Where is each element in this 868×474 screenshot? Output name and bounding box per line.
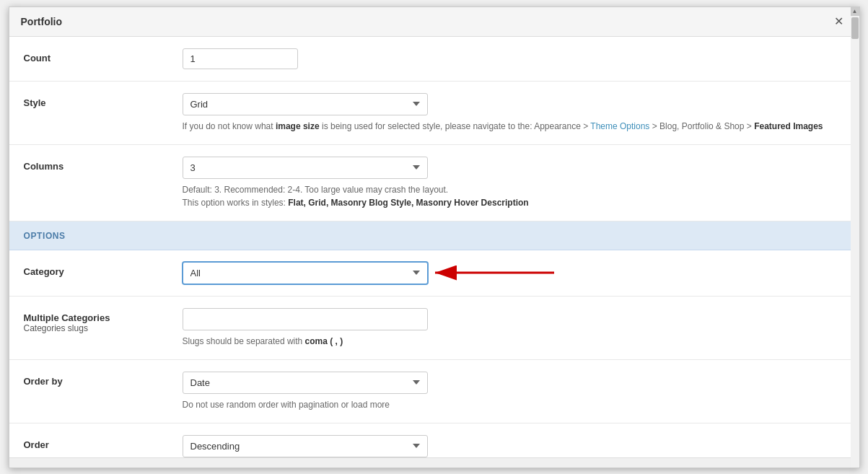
modal-title: Portfolio: [21, 16, 63, 27]
style-label: Style: [24, 93, 183, 108]
modal-header: Portfolio ✕: [9, 7, 859, 37]
count-input[interactable]: [183, 48, 298, 69]
multiple-categories-row: Multiple Categories Categories slugs Slu…: [9, 297, 859, 360]
columns-control: 3 2 4 Default: 3. Recommended: 2-4. Too …: [183, 157, 845, 209]
columns-hint2-before: This option works in styles:: [183, 198, 289, 208]
order-by-control: Date Title Random Do not use random orde…: [183, 372, 845, 411]
modal-footer-bar: [9, 457, 859, 468]
hint-before: If you do not know what: [183, 121, 276, 131]
category-control: All: [183, 262, 845, 284]
columns-hint: Default: 3. Recommended: 2-4. Too large …: [183, 183, 845, 209]
count-control: [183, 48, 845, 69]
options-section-header: OPTIONS: [9, 221, 859, 250]
order-control: Descending Ascending: [183, 435, 845, 457]
category-label: Category: [24, 262, 183, 277]
scrollbar-thumb[interactable]: [851, 17, 859, 39]
modal-container: Portfolio ✕ Count Style Grid Flat Masonr…: [9, 6, 860, 468]
hint-middle: is being used for selected style, please…: [320, 121, 591, 131]
columns-hint2-bold: Flat, Grid, Masonry Blog Style, Masonry …: [288, 198, 528, 208]
style-row: Style Grid Flat Masonry If you do not kn…: [9, 82, 859, 145]
multiple-categories-label-main: Multiple Categories: [24, 312, 110, 323]
slugs-hint: Slugs should be separated with coma ( , …: [183, 335, 845, 348]
categories-slugs-input[interactable]: [183, 308, 428, 330]
columns-label: Columns: [24, 157, 183, 172]
order-by-hint: Do not use random order with pagination …: [183, 398, 845, 411]
category-arrow-container: All: [183, 262, 845, 284]
category-row: Category All: [9, 250, 859, 297]
style-control: Grid Flat Masonry If you do not know wha…: [183, 93, 845, 133]
options-section-title: OPTIONS: [24, 231, 66, 241]
multiple-categories-label: Multiple Categories Categories slugs: [24, 308, 183, 333]
count-row: Count: [9, 37, 859, 82]
style-select[interactable]: Grid Flat Masonry: [183, 93, 428, 115]
count-label: Count: [24, 48, 183, 63]
slugs-hint-before: Slugs should be separated with: [183, 336, 305, 346]
order-by-row: Order by Date Title Random Do not use ra…: [9, 360, 859, 423]
categories-slugs-label: Categories slugs: [24, 323, 183, 333]
columns-hint2: This option works in styles: Flat, Grid,…: [183, 196, 845, 209]
slugs-hint-bold: coma ( , ): [305, 336, 343, 346]
scrollbar: ▲: [851, 7, 859, 468]
red-arrow-icon: [428, 262, 558, 284]
columns-hint1: Default: 3. Recommended: 2-4. Too large …: [183, 183, 845, 196]
scroll-up-arrow[interactable]: ▲: [851, 7, 859, 16]
hint-image-size: image size: [276, 121, 320, 131]
hint-after: > Blog, Portfolio & Shop >: [649, 121, 754, 131]
multiple-categories-control: Slugs should be separated with coma ( , …: [183, 308, 845, 348]
theme-options-link[interactable]: Theme Options: [590, 121, 649, 131]
columns-select[interactable]: 3 2 4: [183, 157, 428, 179]
order-select[interactable]: Descending Ascending: [183, 435, 428, 457]
modal-body: Count Style Grid Flat Masonry If you do …: [9, 37, 859, 457]
order-by-select[interactable]: Date Title Random: [183, 372, 428, 394]
close-button[interactable]: ✕: [830, 14, 848, 29]
category-select[interactable]: All: [183, 262, 428, 284]
hint-featured-images: Featured Images: [754, 121, 823, 131]
order-label: Order: [24, 435, 183, 450]
columns-row: Columns 3 2 4 Default: 3. Recommended: 2…: [9, 145, 859, 221]
style-hint: If you do not know what image size is be…: [183, 120, 845, 133]
order-by-label: Order by: [24, 372, 183, 387]
order-row: Order Descending Ascending: [9, 423, 859, 457]
